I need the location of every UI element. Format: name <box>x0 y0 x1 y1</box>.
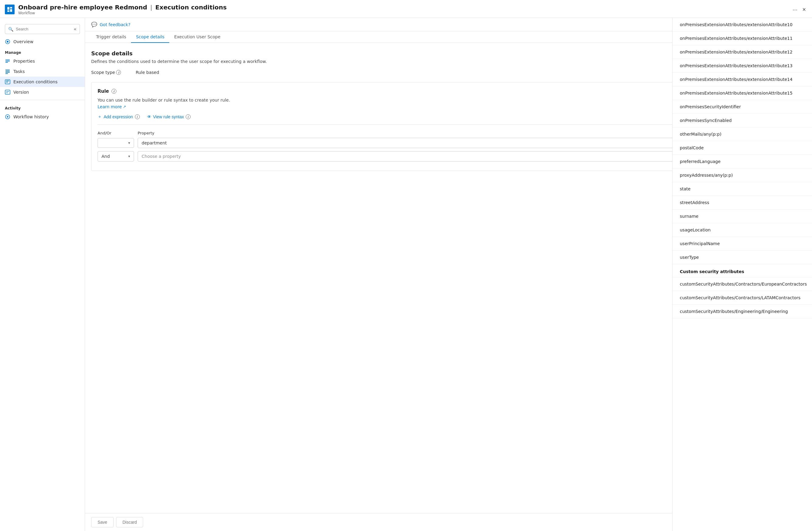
sidebar-item-version-label: Version <box>13 90 29 95</box>
learn-more-link[interactable]: Learn more ↗ <box>98 104 126 109</box>
sidebar-item-execution-conditions[interactable]: Execution conditions <box>0 76 85 87</box>
dropdown-item-user-type[interactable]: userType <box>672 251 812 264</box>
sidebar-search-area: 🔍 « <box>0 22 85 37</box>
dropdown-item-usage-location[interactable]: usageLocation <box>672 223 812 237</box>
svg-rect-0 <box>7 7 10 10</box>
more-options-button[interactable]: ··· <box>793 6 798 13</box>
scope-type-label: Scope type i <box>91 70 121 75</box>
tab-execution-user-scope[interactable]: Execution User Scope <box>169 31 225 43</box>
svg-rect-16 <box>5 90 10 94</box>
dropdown-item-surname[interactable]: surname <box>672 210 812 223</box>
workflow-history-icon <box>5 114 10 120</box>
sidebar-item-workflow-history-label: Workflow history <box>13 114 49 119</box>
svg-rect-11 <box>5 72 10 73</box>
header-title-block: Onboard pre-hire employee Redmond | Exec… <box>18 4 227 15</box>
sidebar-item-execution-label: Execution conditions <box>13 79 57 84</box>
sidebar-item-version[interactable]: Version <box>0 87 85 97</box>
dropdown-item-state[interactable]: state <box>672 182 812 196</box>
header-title: Onboard pre-hire employee Redmond | Exec… <box>18 4 227 11</box>
view-rule-syntax-button[interactable]: 👁 View rule syntax i <box>147 114 191 119</box>
close-button[interactable]: × <box>802 6 806 13</box>
property-dropdown-panel: onPremisesExtensionAttributes/extensionA… <box>672 18 812 531</box>
sidebar-activity-label: Activity <box>0 102 85 112</box>
dropdown-item-postal-code[interactable]: postalCode <box>672 141 812 155</box>
add-icon: ＋ <box>98 114 102 120</box>
dropdown-item-ext14[interactable]: onPremisesExtensionAttributes/extensionA… <box>672 73 812 86</box>
svg-rect-10 <box>5 71 10 71</box>
search-icon: 🔍 <box>8 27 13 32</box>
view-syntax-info-icon[interactable]: i <box>186 114 190 119</box>
dropdown-item-latam-contractors[interactable]: customSecurityAttributes/Contractors/LAT… <box>672 291 812 305</box>
col-andor-header: And/Or <box>98 131 134 135</box>
dropdown-item-engineering[interactable]: customSecurityAttributes/Engineering/Eng… <box>672 305 812 318</box>
add-expression-info-icon[interactable]: i <box>135 114 140 119</box>
add-expression-button[interactable]: ＋ Add expression i <box>98 114 140 120</box>
dropdown-item-ext13[interactable]: onPremisesExtensionAttributes/extensionA… <box>672 59 812 73</box>
search-box: 🔍 « <box>5 24 80 34</box>
dropdown-item-street-addr[interactable]: streetAddress <box>672 196 812 210</box>
discard-button[interactable]: Discard <box>116 517 143 527</box>
feedback-label[interactable]: Got feedback? <box>100 22 130 27</box>
scope-type-value: Rule based <box>135 70 159 75</box>
search-input[interactable] <box>16 27 71 31</box>
external-link-icon: ↗ <box>123 104 126 109</box>
dropdown-item-other-mails[interactable]: otherMails/any(p:p) <box>672 127 812 141</box>
rule-title: Rule <box>98 88 109 94</box>
sidebar-item-workflow-history[interactable]: Workflow history <box>0 112 85 122</box>
svg-point-5 <box>7 41 9 43</box>
svg-rect-1 <box>10 7 12 9</box>
main-layout: 🔍 « Overview Manage Properties <box>0 18 812 531</box>
svg-rect-8 <box>5 62 8 62</box>
feedback-icon: 💬 <box>91 22 97 27</box>
workflow-icon <box>5 4 15 14</box>
save-button[interactable]: Save <box>91 517 114 527</box>
svg-rect-2 <box>10 9 12 12</box>
header-subtitle: Workflow <box>18 11 227 15</box>
dropdown-item-ext11[interactable]: onPremisesExtensionAttributes/extensionA… <box>672 32 812 45</box>
tab-scope-details[interactable]: Scope details <box>131 31 169 43</box>
svg-rect-14 <box>6 81 9 81</box>
collapse-sidebar-button[interactable]: « <box>74 26 76 32</box>
sidebar-divider <box>0 100 85 100</box>
tasks-icon <box>5 69 10 74</box>
properties-icon <box>5 58 10 64</box>
dropdown-section-custom-security: Custom security attributes <box>672 264 812 277</box>
overview-icon <box>5 39 10 44</box>
tab-trigger-details[interactable]: Trigger details <box>91 31 131 43</box>
sidebar-item-tasks[interactable]: Tasks <box>0 66 85 76</box>
svg-rect-12 <box>5 73 8 74</box>
sidebar-item-properties-label: Properties <box>13 59 35 64</box>
sidebar-manage-label: Manage <box>0 47 85 56</box>
header-left: Onboard pre-hire employee Redmond | Exec… <box>5 4 227 15</box>
dropdown-item-proxy-addr[interactable]: proxyAddresses/any(p:p) <box>672 168 812 182</box>
header-separator: | <box>150 4 152 11</box>
dropdown-item-security-id[interactable]: onPremisesSecurity​Identifier <box>672 100 812 114</box>
version-icon <box>5 89 10 95</box>
sidebar: 🔍 « Overview Manage Properties <box>0 18 85 531</box>
content-area: 💬 Got feedback? Trigger details Scope de… <box>85 18 812 531</box>
scope-type-info-icon[interactable]: i <box>116 70 121 75</box>
svg-rect-7 <box>5 61 10 61</box>
sidebar-item-properties[interactable]: Properties <box>0 56 85 66</box>
rule-info-icon[interactable]: i <box>112 89 116 94</box>
dropdown-item-upn[interactable]: userPrincipalName <box>672 237 812 251</box>
chevron-down-icon: ▾ <box>128 141 130 145</box>
andor-dropdown-1[interactable]: ▾ <box>98 138 134 148</box>
sidebar-item-tasks-label: Tasks <box>13 69 25 74</box>
svg-rect-9 <box>5 70 10 70</box>
header: Onboard pre-hire employee Redmond | Exec… <box>0 0 812 18</box>
dropdown-item-ext15[interactable]: onPremisesExtensionAttributes/extensionA… <box>672 86 812 100</box>
svg-point-18 <box>7 116 9 118</box>
sidebar-item-overview[interactable]: Overview <box>0 37 85 47</box>
dropdown-item-ext10[interactable]: onPremisesExtensionAttributes/extensionA… <box>672 18 812 32</box>
eye-icon: 👁 <box>147 114 151 119</box>
workflow-name: Onboard pre-hire employee Redmond <box>18 4 147 11</box>
dropdown-item-ext12[interactable]: onPremisesExtensionAttributes/extensionA… <box>672 45 812 59</box>
dropdown-item-preferred-lang[interactable]: preferredLanguage <box>672 155 812 168</box>
app-container: Onboard pre-hire employee Redmond | Exec… <box>0 0 812 531</box>
andor-dropdown-2[interactable]: And ▾ <box>98 151 134 162</box>
chevron-down-icon: ▾ <box>128 154 130 158</box>
page-title: Execution conditions <box>155 4 227 11</box>
dropdown-item-sync-enabled[interactable]: onPremisesSyncEnabled <box>672 114 812 127</box>
dropdown-item-european-contractors[interactable]: customSecurityAttributes/Contractors/Eur… <box>672 277 812 291</box>
